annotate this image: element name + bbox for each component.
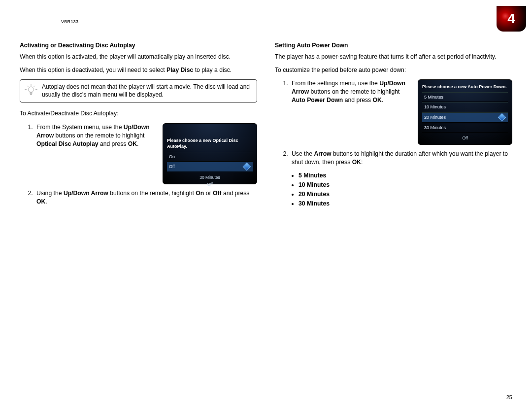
- t: and press: [222, 190, 250, 197]
- minutes-item: 5 Minutes: [299, 171, 512, 180]
- t: Off: [167, 182, 253, 188]
- left-heading: Activating or Deactivating Disc Autoplay: [20, 41, 257, 50]
- left-p2: When this option is deactivated, you wil…: [20, 66, 257, 74]
- mini-title: Please choose a new Optical Disc AutoPla…: [167, 137, 253, 150]
- left-p2c: to play a disc.: [193, 67, 232, 73]
- t: 20 Minutes: [424, 115, 446, 120]
- ok-bold: OK: [128, 140, 137, 147]
- left-step1-list: From the System menu, use the Up/Down Ar…: [20, 123, 156, 151]
- mini-opt-5: 5 Minutes: [422, 92, 508, 103]
- svg-line-4: [27, 86, 28, 87]
- tip-box: Autoplay does not mean that the player w…: [20, 79, 257, 103]
- t: :: [361, 159, 363, 166]
- left-step2: Using the Up/Down Arrow buttons on the r…: [34, 189, 257, 206]
- t: .: [137, 140, 138, 147]
- t: Off: [169, 164, 175, 169]
- t: From the System menu, use the: [36, 124, 124, 131]
- t: Off: [422, 136, 508, 141]
- on-bold: On: [196, 190, 204, 197]
- svg-line-5: [33, 86, 34, 87]
- mini-opt-10: 10 Minutes: [422, 102, 508, 112]
- left-pre-steps: To Activate/Deactivate Disc Autoplay:: [20, 109, 257, 118]
- minutes-item: 10 Minutes: [299, 181, 512, 189]
- minutes-item: 30 Minutes: [299, 200, 512, 208]
- left-step2-list: Using the Up/Down Arrow buttons on the r…: [20, 189, 257, 206]
- right-step2-list: Use the Arrow buttons to highlight the d…: [275, 150, 512, 167]
- left-column: Activating or Deactivating Disc Autoplay…: [20, 41, 257, 211]
- page-number: 25: [506, 394, 512, 401]
- auto-power-down-bold: Auto Power Down: [292, 97, 343, 103]
- mini-opt-on: On: [167, 152, 253, 162]
- chapter-number: 4: [507, 9, 515, 28]
- t: buttons on the remote to highlight: [309, 88, 399, 95]
- chapter-tab: 4: [497, 6, 526, 32]
- arrow-bold: Arrow: [314, 150, 331, 157]
- right-p1: The player has a power-saving feature th…: [275, 53, 512, 61]
- left-step1: From the System menu, use the Up/Down Ar…: [34, 123, 156, 148]
- left-step1-row: From the System menu, use the Up/Down Ar…: [20, 123, 257, 184]
- off-bold: Off: [213, 190, 222, 197]
- t: 30 Minutes: [167, 175, 253, 181]
- mini-below: 30 Minutes Off: [167, 172, 253, 188]
- power-down-screenshot: Please choose a new Auto Power Down. 5 M…: [418, 79, 512, 145]
- mini-below-2: Off: [422, 133, 508, 141]
- ok-bold-3: OK: [373, 97, 382, 103]
- selection-gem-icon-2: [498, 113, 506, 122]
- minutes-item: 20 Minutes: [299, 190, 512, 199]
- selection-gem-icon: [243, 163, 251, 171]
- left-p2a: When this option is deactivated, you wil…: [20, 67, 166, 73]
- right-step1-row: From the settings menu, use the Up/Down …: [275, 79, 512, 145]
- ok-bold-4: OK: [352, 159, 361, 166]
- minutes-list: 5 Minutes 10 Minutes 20 Minutes 30 Minut…: [275, 171, 512, 208]
- t: or: [204, 190, 213, 197]
- right-step1-list: From the settings menu, use the Up/Down …: [275, 79, 411, 107]
- t: buttons on the remote to highlight: [54, 132, 144, 139]
- ok-bold-2: OK: [36, 198, 45, 205]
- right-heading: Setting Auto Power Down: [275, 41, 512, 50]
- mini-title-2: Please choose a new Auto Power Down.: [422, 84, 508, 90]
- lightbulb-icon: [24, 83, 38, 99]
- t: buttons on the remote, highlight: [108, 190, 196, 197]
- right-mini-wrapper: Please choose a new Auto Power Down. 5 M…: [418, 79, 512, 145]
- t: .: [382, 97, 383, 103]
- t: .: [45, 198, 47, 205]
- content-columns: Activating or Deactivating Disc Autoplay…: [20, 41, 512, 211]
- right-column: Setting Auto Power Down The player has a…: [275, 41, 512, 211]
- updown-bold-2: Up/Down Arrow: [64, 190, 108, 197]
- right-step2: Use the Arrow buttons to highlight the d…: [290, 150, 512, 167]
- header-model-code: VBR133: [61, 19, 78, 25]
- left-p1: When this option is activated, the playe…: [20, 53, 257, 61]
- t: From the settings menu, use the: [292, 80, 379, 87]
- play-disc-bold: Play Disc: [166, 67, 193, 73]
- t: Using the: [36, 190, 64, 197]
- left-mini-wrapper: Please choose a new Optical Disc AutoPla…: [163, 123, 257, 184]
- svg-point-0: [28, 87, 33, 92]
- t: and press: [343, 97, 372, 103]
- autoplay-screenshot: Please choose a new Optical Disc AutoPla…: [163, 123, 257, 184]
- optical-autoplay-bold: Optical Disc Autoplay: [36, 140, 99, 147]
- mini-opt-20: 20 Minutes: [422, 112, 508, 123]
- t: Use the: [292, 150, 314, 157]
- mini-opt-off: Off: [167, 162, 253, 172]
- right-p2: To customize the period before auto powe…: [275, 66, 512, 74]
- tip-text: Autoplay does not mean that the player w…: [42, 83, 252, 99]
- right-step1: From the settings menu, use the Up/Down …: [290, 79, 411, 104]
- t: and press: [99, 140, 128, 147]
- mini-opt-30: 30 Minutes: [422, 123, 508, 133]
